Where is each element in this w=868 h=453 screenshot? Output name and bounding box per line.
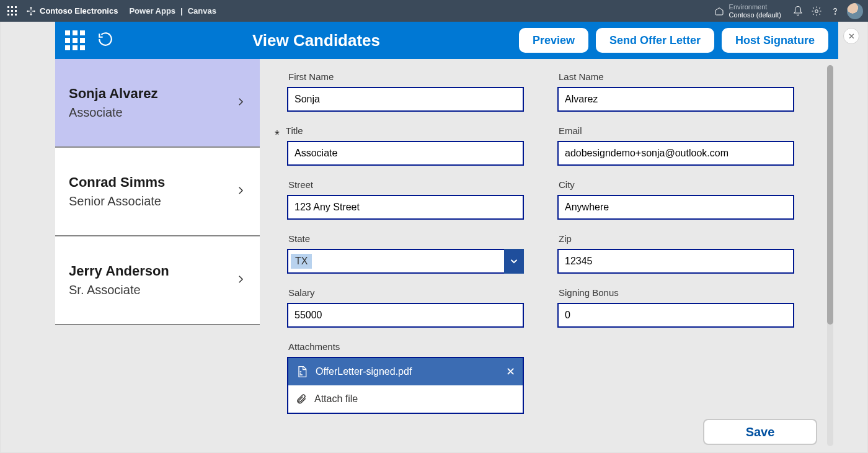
env-label: Environment bbox=[729, 3, 781, 11]
candidate-item[interactable]: Sonja Alvarez Associate bbox=[55, 59, 260, 148]
chevron-right-icon bbox=[235, 96, 246, 110]
svg-rect-3 bbox=[7, 10, 9, 12]
attach-file-label: Attach file bbox=[314, 393, 358, 405]
label-street: Street bbox=[288, 179, 524, 190]
city-input[interactable] bbox=[557, 195, 794, 220]
svg-rect-0 bbox=[7, 6, 9, 8]
notifications-icon[interactable] bbox=[789, 2, 807, 20]
last-name-input[interactable] bbox=[557, 87, 794, 112]
label-zip: Zip bbox=[559, 233, 794, 244]
remove-attachment-icon[interactable]: ✕ bbox=[506, 365, 515, 379]
svg-rect-8 bbox=[15, 14, 17, 16]
breadcrumb-page[interactable]: Canvas bbox=[188, 6, 216, 16]
salary-input[interactable] bbox=[287, 303, 524, 328]
chevron-right-icon bbox=[235, 274, 246, 287]
candidate-name: Jerry Anderson bbox=[69, 263, 169, 279]
svg-point-14 bbox=[835, 13, 835, 14]
chevron-down-icon[interactable] bbox=[504, 249, 524, 274]
label-city: City bbox=[559, 179, 794, 190]
label-salary: Salary bbox=[288, 287, 524, 298]
first-name-input[interactable] bbox=[287, 87, 524, 112]
pdf-file-icon bbox=[296, 366, 308, 378]
preview-button[interactable]: Preview bbox=[519, 28, 588, 53]
title-input[interactable] bbox=[287, 141, 524, 166]
stage-gutter-left bbox=[1, 22, 55, 452]
svg-point-12 bbox=[33, 10, 35, 12]
svg-rect-4 bbox=[11, 10, 13, 12]
svg-rect-1 bbox=[11, 6, 13, 8]
email-input[interactable] bbox=[557, 141, 794, 166]
form-panel: First Name Last Name *Title Email bbox=[260, 59, 838, 452]
environment-picker[interactable]: Environment Contoso (default) bbox=[714, 3, 781, 18]
svg-point-11 bbox=[27, 10, 29, 12]
street-input[interactable] bbox=[287, 195, 524, 220]
zip-input[interactable] bbox=[557, 249, 794, 274]
candidate-role: Senior Associate bbox=[69, 194, 165, 209]
label-signing-bonus: Signing Bonus bbox=[559, 287, 794, 298]
candidate-item[interactable]: Conrad Simms Senior Associate bbox=[55, 148, 260, 236]
app-launcher-icon[interactable] bbox=[5, 4, 20, 19]
svg-rect-5 bbox=[15, 10, 17, 12]
candidate-role: Associate bbox=[69, 105, 157, 120]
attachment-item[interactable]: OfferLetter-signed.pdf ✕ bbox=[288, 358, 523, 385]
state-select[interactable]: TX bbox=[287, 249, 524, 274]
label-email: Email bbox=[559, 125, 794, 136]
svg-point-10 bbox=[30, 14, 32, 16]
candidate-name: Conrad Simms bbox=[69, 174, 165, 191]
label-title: Title bbox=[286, 125, 303, 136]
ms-header: Contoso Electronics Power Apps | Canvas … bbox=[0, 0, 868, 22]
apps-grid-icon[interactable] bbox=[65, 30, 85, 50]
close-preview-button[interactable]: ✕ bbox=[843, 28, 859, 44]
label-state: State bbox=[288, 233, 524, 244]
attach-file-button[interactable]: Attach file bbox=[288, 385, 523, 413]
brand-label: Contoso Electronics bbox=[40, 6, 118, 16]
settings-icon[interactable] bbox=[807, 2, 826, 20]
screen-title: View Candidates bbox=[122, 31, 510, 50]
chevron-right-icon bbox=[235, 185, 246, 199]
app-canvas: ✕ View Candidates Preview Send Offer Let… bbox=[55, 22, 838, 452]
refresh-icon[interactable] bbox=[97, 31, 113, 50]
candidate-item[interactable]: Jerry Anderson Sr. Associate bbox=[55, 236, 260, 325]
content-area: Sonja Alvarez Associate Conrad Simms Sen… bbox=[55, 59, 838, 452]
attachments-box: OfferLetter-signed.pdf ✕ Attach file bbox=[287, 357, 524, 414]
label-attachments: Attachments bbox=[288, 341, 524, 352]
canvas-stage: ✕ View Candidates Preview Send Offer Let… bbox=[0, 22, 868, 453]
user-avatar[interactable] bbox=[847, 3, 863, 19]
svg-rect-2 bbox=[15, 6, 17, 8]
label-last-name: Last Name bbox=[559, 71, 794, 82]
paperclip-icon bbox=[296, 393, 307, 405]
breadcrumb-app[interactable]: Power Apps bbox=[129, 6, 175, 16]
svg-rect-6 bbox=[7, 14, 9, 16]
label-first-name: First Name bbox=[288, 71, 524, 82]
breadcrumb-sep: | bbox=[180, 6, 183, 16]
svg-point-9 bbox=[30, 7, 32, 9]
sidebar-empty bbox=[55, 325, 260, 452]
host-signature-button[interactable]: Host Signature bbox=[722, 28, 828, 53]
state-value: TX bbox=[291, 254, 312, 269]
app-titlebar: View Candidates Preview Send Offer Lette… bbox=[55, 22, 838, 59]
attachment-filename: OfferLetter-signed.pdf bbox=[316, 366, 412, 377]
svg-rect-7 bbox=[11, 14, 13, 16]
breadcrumb: Power Apps | Canvas bbox=[129, 6, 216, 16]
help-icon[interactable] bbox=[826, 2, 844, 20]
brand: Contoso Electronics bbox=[26, 6, 118, 16]
env-value: Contoso (default) bbox=[729, 11, 781, 19]
save-button[interactable]: Save bbox=[703, 419, 817, 445]
send-offer-button[interactable]: Send Offer Letter bbox=[596, 28, 714, 53]
candidate-name: Sonja Alvarez bbox=[69, 86, 157, 102]
candidate-list: Sonja Alvarez Associate Conrad Simms Sen… bbox=[55, 59, 260, 452]
svg-point-13 bbox=[815, 9, 818, 12]
signing-bonus-input[interactable] bbox=[557, 303, 794, 328]
stage-gutter-right bbox=[838, 22, 867, 452]
candidate-role: Sr. Associate bbox=[69, 283, 169, 297]
